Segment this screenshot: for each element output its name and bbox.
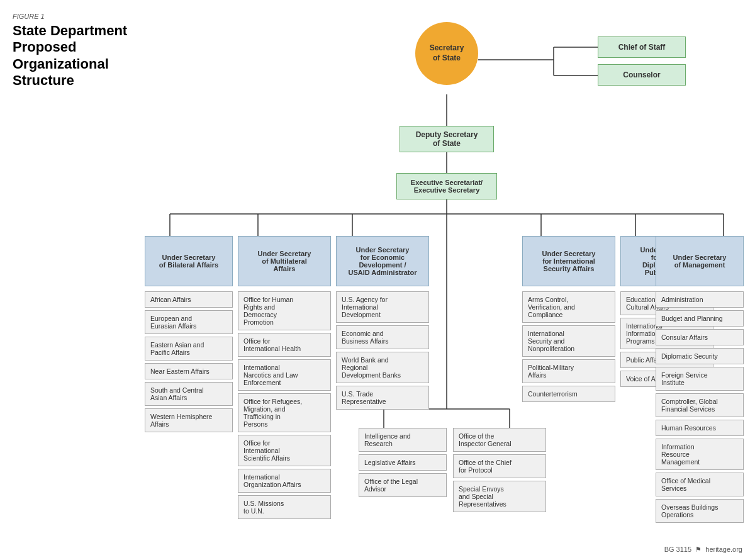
list-item: Administration xyxy=(656,291,744,308)
list-item: U.S. Missionsto U.N. xyxy=(238,495,331,519)
deputy-sos-node: Deputy Secretaryof State xyxy=(400,126,494,152)
list-item: InternationalNarcotics and LawEnforcemen… xyxy=(238,359,331,391)
list-item: Office forInternational Health xyxy=(238,333,331,357)
bottom-right-column: Office of theInspector General Office of… xyxy=(453,428,546,512)
list-item: Intelligence andResearch xyxy=(359,428,447,452)
security-items: Arms Control,Verification, andCompliance… xyxy=(522,291,615,402)
sos-label: Secretaryof State xyxy=(430,43,464,63)
list-item: Arms Control,Verification, andCompliance xyxy=(522,291,615,323)
security-header-label: Under Secretaryfor InternationalSecurity… xyxy=(542,250,596,272)
management-header: Under Secretaryof Management xyxy=(656,236,744,286)
list-item: Office for HumanRights andDemocracyPromo… xyxy=(238,291,331,330)
list-item: InternationalSecurity andNonproliferatio… xyxy=(522,325,615,357)
list-item: African Affairs xyxy=(145,291,233,308)
multilateral-column: Under Secretaryof MultilateralAffairs Of… xyxy=(238,236,331,519)
sos-node: Secretaryof State xyxy=(415,22,478,85)
multilateral-header-label: Under Secretaryof MultilateralAffairs xyxy=(258,250,311,272)
list-item: World Bank andRegionalDevelopment Banks xyxy=(336,352,429,383)
list-item: Overseas BuildingsOperations xyxy=(656,499,744,523)
bottom-right-items: Office of theInspector General Office of… xyxy=(453,428,546,512)
management-header-label: Under Secretaryof Management xyxy=(673,254,727,269)
list-item: Human Resources xyxy=(656,420,744,436)
list-item: Office of MedicalServices xyxy=(656,473,744,496)
list-item: South and CentralAsian Affairs xyxy=(145,382,233,406)
list-item: Consular Affairs xyxy=(656,329,744,345)
multilateral-header: Under Secretaryof MultilateralAffairs xyxy=(238,236,331,286)
security-header: Under Secretaryfor InternationalSecurity… xyxy=(522,236,615,286)
footer: BG 3115 ⚑ heritage.org xyxy=(664,546,742,554)
chief-of-staff-label: Chief of Staff xyxy=(618,43,666,52)
list-item: Special Envoysand SpecialRepresentatives xyxy=(453,481,546,512)
counselor-node: Counselor xyxy=(598,64,686,86)
list-item: Office of the Chieffor Protocol xyxy=(453,454,546,478)
bottom-left-items: Intelligence andResearch Legislative Aff… xyxy=(359,428,447,497)
bottom-left-column: Intelligence andResearch Legislative Aff… xyxy=(359,428,447,497)
economic-header-label: Under Secretaryfor EconomicDevelopment /… xyxy=(349,246,417,276)
list-item: Economic andBusiness Affairs xyxy=(336,325,429,349)
economic-items: U.S. Agency forInternationalDevelopment … xyxy=(336,291,429,410)
list-item: InternationalOrganization Affairs xyxy=(238,469,331,493)
list-item: European andEurasian Affairs xyxy=(145,310,233,334)
list-item: Legislative Affairs xyxy=(359,454,447,471)
list-item: Counterterrorism xyxy=(522,386,615,402)
source: heritage.org xyxy=(705,546,742,553)
counselor-label: Counselor xyxy=(623,70,660,79)
list-item: Eastern Asian andPacific Affairs xyxy=(145,337,233,361)
exec-sec-node: Executive Secretariat/Executive Secretar… xyxy=(396,173,497,199)
multilateral-items: Office for HumanRights andDemocracyPromo… xyxy=(238,291,331,519)
economic-column: Under Secretaryfor EconomicDevelopment /… xyxy=(336,236,429,410)
list-item: Near Eastern Affairs xyxy=(145,363,233,379)
list-item: Political-MilitaryAffairs xyxy=(522,359,615,383)
list-item: Budget and Planning xyxy=(656,310,744,327)
deputy-sos-label: Deputy Secretaryof State xyxy=(416,130,478,148)
bg-number: BG 3115 xyxy=(664,546,691,553)
list-item: Comptroller, GlobalFinancial Services xyxy=(656,393,744,417)
economic-header: Under Secretaryfor EconomicDevelopment /… xyxy=(336,236,429,286)
list-item: Office of the LegalAdvisor xyxy=(359,473,447,497)
bilateral-items: African Affairs European andEurasian Aff… xyxy=(145,291,233,432)
exec-sec-label: Executive Secretariat/Executive Secretar… xyxy=(411,179,483,194)
bilateral-header: Under Secretaryof Bilateral Affairs xyxy=(145,236,233,286)
bilateral-header-label: Under Secretaryof Bilateral Affairs xyxy=(159,254,218,269)
list-item: Office of theInspector General xyxy=(453,428,546,452)
list-item: InformationResourceManagement xyxy=(656,439,744,470)
page-title: State DepartmentProposed OrganizationalS… xyxy=(13,23,151,89)
list-item: Diplomatic Security xyxy=(656,348,744,364)
list-item: Office for Refugees,Migration, andTraffi… xyxy=(238,393,331,432)
list-item: Western HemisphereAffairs xyxy=(145,408,233,432)
list-item: Foreign ServiceInstitute xyxy=(656,367,744,391)
chief-of-staff-node: Chief of Staff xyxy=(598,36,686,58)
management-column: Under Secretaryof Management Administrat… xyxy=(656,236,744,523)
list-item: Office forInternationalScientific Affair… xyxy=(238,435,331,466)
management-items: Administration Budget and Planning Consu… xyxy=(656,291,744,523)
list-item: U.S. Agency forInternationalDevelopment xyxy=(336,291,429,323)
security-column: Under Secretaryfor InternationalSecurity… xyxy=(522,236,615,402)
bilateral-column: Under Secretaryof Bilateral Affairs Afri… xyxy=(145,236,233,432)
list-item: U.S. TradeRepresentative xyxy=(336,386,429,410)
